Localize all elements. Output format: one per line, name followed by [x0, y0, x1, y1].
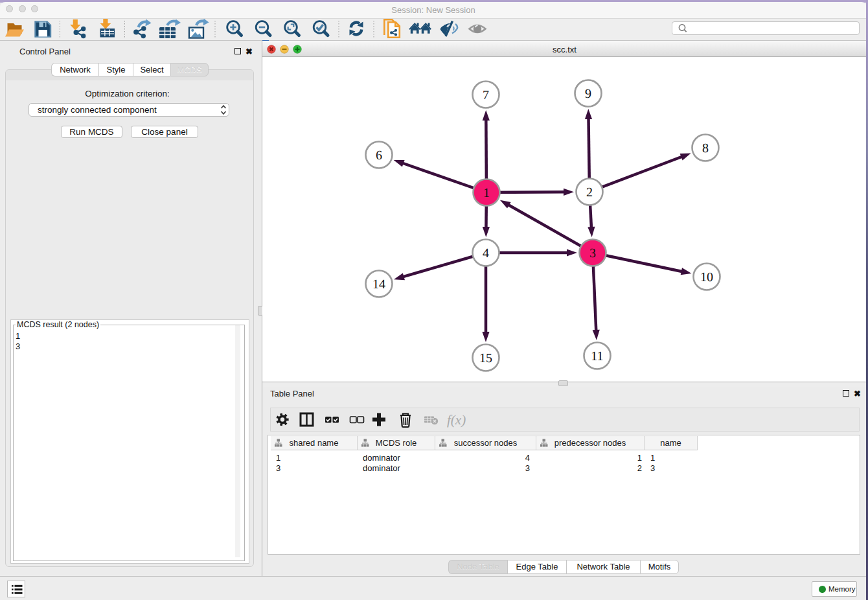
svg-text:1: 1 — [483, 186, 490, 200]
svg-text:6: 6 — [376, 148, 382, 163]
svg-text:8: 8 — [702, 141, 709, 156]
svg-text:15: 15 — [479, 351, 492, 365]
svg-text:2: 2 — [586, 185, 593, 200]
svg-text:4: 4 — [483, 246, 489, 260]
svg-text:10: 10 — [700, 270, 713, 284]
svg-text:14: 14 — [372, 277, 385, 292]
svg-text:11: 11 — [591, 349, 603, 363]
svg-text:f(x): f(x) — [447, 412, 466, 428]
svg-text:3: 3 — [589, 246, 596, 260]
svg-text:7: 7 — [483, 88, 489, 102]
svg-text:9: 9 — [585, 87, 591, 101]
